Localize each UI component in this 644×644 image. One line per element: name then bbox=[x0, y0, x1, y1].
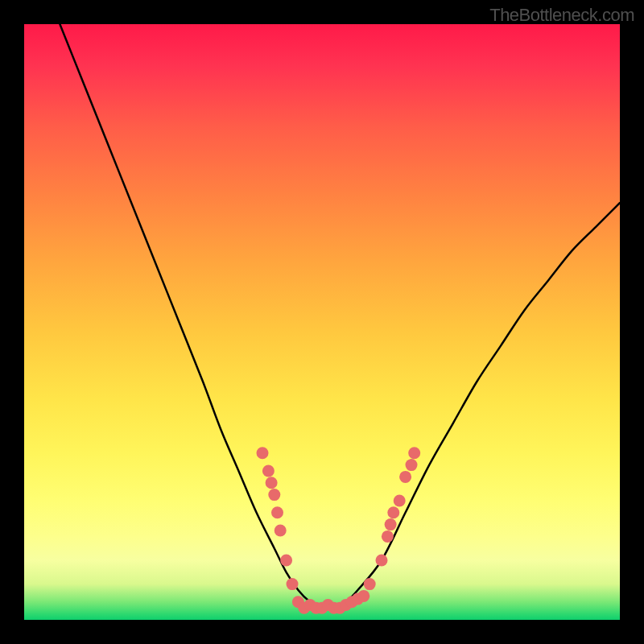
plot-area bbox=[24, 24, 620, 620]
data-marker bbox=[268, 489, 280, 501]
data-marker bbox=[271, 506, 283, 518]
data-marker bbox=[376, 555, 388, 567]
marker-cluster-left bbox=[257, 447, 299, 590]
data-marker bbox=[266, 477, 278, 489]
data-marker bbox=[382, 530, 394, 543]
marker-cluster-right bbox=[364, 447, 421, 590]
watermark-text: TheBottleneck.com bbox=[489, 5, 634, 26]
data-marker bbox=[408, 447, 420, 459]
marker-cluster-bottom bbox=[292, 590, 369, 614]
data-marker bbox=[280, 555, 292, 567]
chart-svg bbox=[24, 24, 620, 620]
data-marker bbox=[275, 525, 287, 537]
data-marker bbox=[364, 578, 376, 590]
data-marker bbox=[262, 465, 275, 477]
data-marker bbox=[399, 471, 411, 483]
chart-canvas: TheBottleneck.com bbox=[0, 0, 644, 644]
data-marker bbox=[387, 506, 399, 518]
data-marker bbox=[406, 459, 418, 471]
data-marker bbox=[394, 495, 406, 507]
bottleneck-curve bbox=[60, 24, 620, 609]
data-marker bbox=[257, 447, 269, 459]
data-marker bbox=[357, 590, 369, 602]
data-marker bbox=[287, 578, 299, 590]
data-marker bbox=[385, 518, 397, 530]
